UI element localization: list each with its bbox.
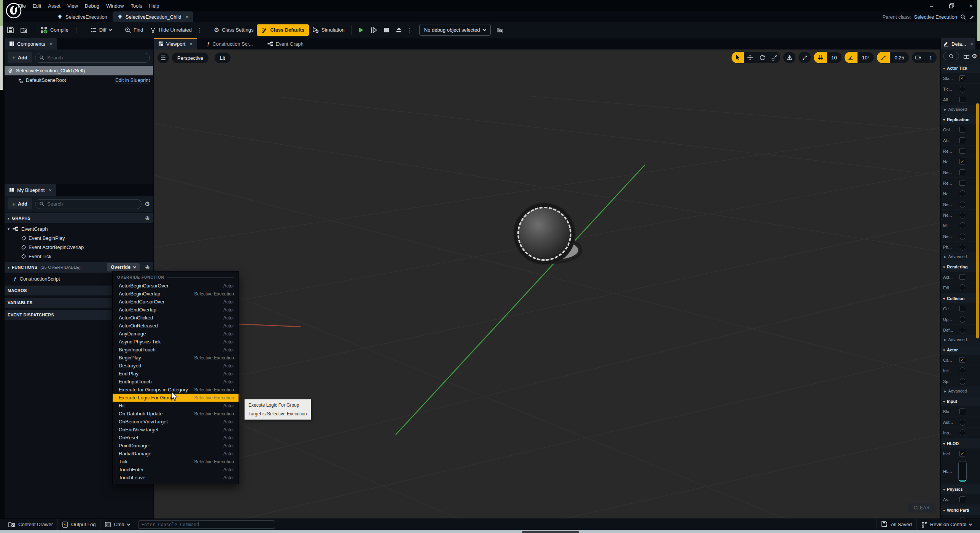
checkbox-checked[interactable]: [959, 357, 965, 363]
override-menu-item[interactable]: OnResetActor: [113, 434, 239, 442]
cmd-dropdown[interactable]: Cmd: [100, 519, 134, 530]
close-icon[interactable]: ×: [189, 41, 192, 47]
override-menu-item[interactable]: ActorOnReleasedActor: [113, 322, 239, 330]
details-section-header[interactable]: ▾Actor Tick: [941, 64, 980, 73]
checkbox[interactable]: [960, 419, 965, 426]
revision-control-dropdown[interactable]: Revision Control: [917, 519, 976, 530]
debug-object-dropdown[interactable]: No debug object selected: [419, 24, 491, 36]
move-tool-button[interactable]: [744, 52, 756, 63]
debug-browse-button[interactable]: [493, 25, 507, 35]
checkbox-checked[interactable]: [959, 159, 965, 164]
override-menu-item[interactable]: TickSelective Execution: [113, 458, 239, 466]
tab-components[interactable]: Components ×: [5, 38, 57, 49]
viewport-options-menu-button[interactable]: [158, 53, 169, 63]
simulation-button[interactable]: Simulation: [309, 24, 348, 35]
search-field[interactable]: [47, 201, 137, 207]
close-icon[interactable]: ×: [186, 14, 189, 20]
add-blueprint-item-button[interactable]: + Add: [8, 198, 32, 209]
component-row-scene-root[interactable]: DefaultSceneRoot Edit in Blueprint: [5, 75, 153, 85]
play-options-kebab-icon[interactable]: ⋮: [405, 25, 414, 35]
details-scrollbar[interactable]: [976, 103, 979, 338]
checkbox[interactable]: [960, 86, 965, 93]
display-filter-icon[interactable]: [964, 54, 969, 59]
tab-construction-script[interactable]: ƒ Construction Scr...: [202, 38, 258, 49]
override-menu-item[interactable]: TouchEnterActor: [113, 466, 239, 474]
override-menu-item[interactable]: DestroyedActor: [113, 362, 239, 370]
close-icon[interactable]: ×: [49, 187, 52, 193]
close-window-button[interactable]: ×: [966, 3, 976, 9]
checkbox[interactable]: [960, 284, 965, 291]
component-row-self[interactable]: SelectiveExecution_Child (Self): [5, 66, 153, 75]
checkbox[interactable]: [960, 233, 965, 240]
checkbox[interactable]: [960, 316, 965, 323]
details-section-header[interactable]: ▾Actor: [941, 345, 980, 354]
event-node-row[interactable]: Event ActorBeginOverlap: [5, 243, 153, 252]
override-menu-item[interactable]: ActorBeginOverlapSelective Execution: [113, 290, 239, 298]
checkbox[interactable]: [959, 169, 965, 175]
override-menu-item[interactable]: On Datahub UpdateSelective Execution: [113, 410, 239, 418]
viewport-canvas[interactable]: Perspective Lit: [154, 49, 940, 519]
stop-button[interactable]: [380, 25, 393, 35]
add-function-icon[interactable]: ⊕: [145, 264, 150, 271]
checkbox[interactable]: [960, 212, 965, 219]
menu-help[interactable]: Help: [146, 2, 163, 10]
override-menu-item[interactable]: TouchLeaveActor: [113, 474, 239, 482]
event-node-row[interactable]: Event BeginPlay: [5, 233, 153, 243]
rotate-tool-button[interactable]: [756, 52, 768, 63]
menu-asset[interactable]: Asset: [45, 2, 64, 10]
override-menu-item[interactable]: HitActor: [113, 402, 239, 410]
details-section-header[interactable]: ▾Physics: [941, 485, 980, 494]
my-blueprint-search-input[interactable]: [35, 199, 142, 209]
override-menu-item[interactable]: ActorOnClickedActor: [113, 314, 239, 322]
advanced-expander-row[interactable]: ▸Advanced: [941, 252, 980, 261]
menu-tools[interactable]: Tools: [127, 2, 145, 10]
menu-view[interactable]: View: [64, 2, 81, 10]
content-drawer-button[interactable]: Content Drawer: [4, 519, 57, 530]
checkbox[interactable]: [960, 378, 965, 385]
edit-in-blueprint-link[interactable]: Edit in Blueprint: [115, 77, 150, 83]
tab-selectiveexecution-child[interactable]: SelectiveExecution_Child ×: [113, 11, 193, 22]
override-menu-item[interactable]: ActorEndCursorOverActor: [113, 298, 239, 306]
checkbox[interactable]: [960, 222, 965, 229]
play-button[interactable]: [355, 25, 368, 35]
console-command-input[interactable]: [138, 520, 275, 529]
minimize-button[interactable]: –: [927, 3, 937, 9]
advanced-expander-row[interactable]: ▸Advanced: [941, 335, 980, 344]
gear-icon[interactable]: ⚙: [145, 200, 150, 207]
checkbox[interactable]: [959, 274, 965, 280]
triangle-down-icon[interactable]: ▾: [8, 227, 10, 231]
close-icon[interactable]: ×: [970, 41, 973, 47]
checkbox[interactable]: [959, 97, 965, 102]
override-menu-item[interactable]: End PlayActor: [113, 370, 239, 378]
rotation-snap-toggle[interactable]: [845, 52, 858, 63]
details-section-header[interactable]: ▾Rendering: [941, 262, 980, 271]
override-menu-item[interactable]: PointDamageActor: [113, 442, 239, 450]
select-tool-button[interactable]: [732, 52, 744, 63]
details-section-header[interactable]: ▾HLOD: [941, 439, 980, 448]
tab-my-blueprint[interactable]: My Blueprint ×: [5, 184, 56, 196]
details-search-button[interactable]: [943, 52, 959, 60]
eject-button[interactable]: [393, 25, 405, 35]
details-section-header[interactable]: ▾Input: [941, 397, 980, 406]
override-menu-item[interactable]: BeginInputTouchActor: [113, 346, 239, 354]
details-section-header[interactable]: ▾Replication: [941, 115, 980, 124]
world-local-gizmo-button[interactable]: [783, 52, 795, 63]
camera-speed-icon[interactable]: [912, 52, 925, 63]
advanced-expander-row[interactable]: ▸Advanced: [941, 386, 980, 396]
override-menu-item[interactable]: ActorEndOverlapActor: [113, 306, 239, 314]
checkbox[interactable]: [959, 306, 965, 311]
override-menu-item[interactable]: EndInputTouchActor: [113, 378, 239, 386]
checkbox[interactable]: [960, 367, 965, 374]
checkbox[interactable]: [960, 429, 965, 436]
checkbox[interactable]: [959, 180, 965, 186]
checkbox[interactable]: [959, 496, 965, 502]
compile-button[interactable]: Compile: [37, 24, 72, 36]
tab-viewport[interactable]: Viewport ×: [154, 38, 197, 49]
checkbox[interactable]: [960, 327, 965, 334]
rotation-snap-value[interactable]: 10°: [858, 52, 874, 63]
maximize-button[interactable]: [947, 3, 956, 8]
components-search-input[interactable]: [35, 53, 150, 63]
checkbox[interactable]: [960, 190, 965, 197]
override-menu-item[interactable]: OnEndViewTargetActor: [113, 426, 239, 434]
save-button[interactable]: [4, 24, 17, 35]
